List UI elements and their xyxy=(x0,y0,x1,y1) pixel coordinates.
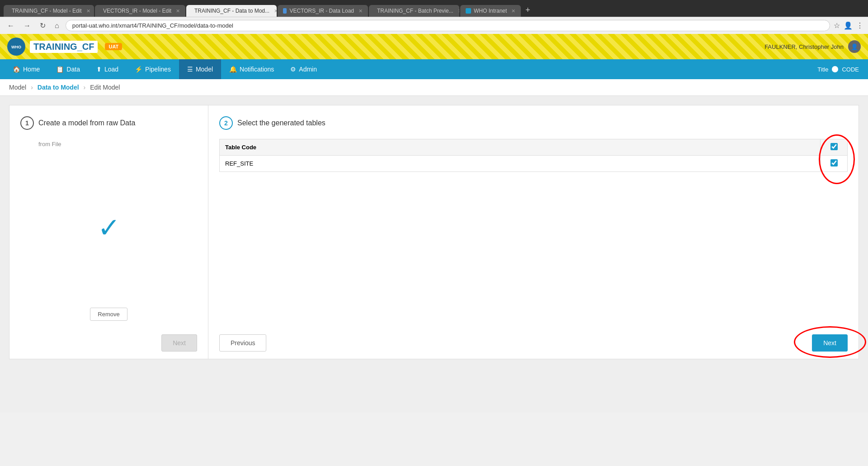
nav-load-label: Load xyxy=(104,66,118,73)
browser-tabs: TRAINING_CF - Model - Edit ✕ VECTORS_IR … xyxy=(0,0,868,17)
nav-model[interactable]: ☰ Model xyxy=(179,59,221,79)
tab-label-6: WHO Intranet xyxy=(474,8,507,14)
browser-actions: ☆ 👤 ⋮ xyxy=(834,21,863,30)
nav-data[interactable]: 📋 Data xyxy=(48,59,88,79)
home-button[interactable]: ⌂ xyxy=(52,21,62,31)
model-icon: ☰ xyxy=(187,66,193,73)
refresh-button[interactable]: ↻ xyxy=(37,20,48,31)
table-header-row: Table Code xyxy=(220,139,848,156)
breadcrumb-model[interactable]: Model xyxy=(9,84,26,91)
step2-number: 2 xyxy=(219,116,233,130)
nav-load[interactable]: ⬆ Load xyxy=(88,59,127,79)
tab-6[interactable]: WHO Intranet ✕ xyxy=(460,5,521,17)
table-icon: 📋 xyxy=(56,66,64,73)
breadcrumb-bar: Model › Data to Model › Edit Model xyxy=(0,79,868,96)
step1-panel: 1 Create a model from raw Data from File… xyxy=(9,105,208,359)
cell-checkbox xyxy=(821,156,848,172)
tab-close-4[interactable]: ✕ xyxy=(359,8,363,14)
user-name: FAULKNER, Christopher John xyxy=(764,43,844,50)
tab-4[interactable]: VECTORS_IR - Data Load ✕ xyxy=(278,5,368,17)
app-logo-icon: WHO xyxy=(7,38,25,56)
nav-home[interactable]: 🏠 Home xyxy=(5,59,48,79)
svg-text:WHO: WHO xyxy=(11,45,21,49)
header-checkbox[interactable] xyxy=(830,143,838,150)
back-button[interactable]: ← xyxy=(5,21,17,31)
tab-label-5: TRAINING_CF - Batch Previe... xyxy=(377,8,453,14)
forward-button[interactable]: → xyxy=(21,21,33,31)
tab-close-5[interactable]: ✕ xyxy=(458,8,459,14)
step1-next-area: Next xyxy=(20,334,197,352)
tab-close-1[interactable]: ✕ xyxy=(86,8,90,14)
col-table-code: Table Code xyxy=(220,139,821,156)
main-content: 1 Create a model from raw Data from File… xyxy=(0,96,868,413)
new-tab-button[interactable]: + xyxy=(522,4,534,17)
nav-admin[interactable]: ⚙ Admin xyxy=(282,59,325,79)
tab-close-2[interactable]: ✕ xyxy=(176,8,180,14)
checkmark-area: ✓ xyxy=(20,147,197,308)
nav-pipelines-label: Pipelines xyxy=(145,66,171,73)
nav-home-label: Home xyxy=(23,66,40,73)
nav-admin-label: Admin xyxy=(299,66,317,73)
uat-badge: UAT xyxy=(105,43,122,50)
step1-title: Create a model from raw Data xyxy=(38,119,135,127)
cell-table-code: REF_SITE xyxy=(220,156,821,172)
step1-number: 1 xyxy=(20,116,34,130)
table-header: Table Code xyxy=(220,139,848,156)
breadcrumb-sep-2: › xyxy=(84,84,86,91)
nav-bar: 🏠 Home 📋 Data ⬆ Load ⚡ Pipelines ☰ Model… xyxy=(0,59,868,79)
user-icon[interactable]: 👤 xyxy=(844,21,853,30)
nav-notifications-label: Notifications xyxy=(240,66,274,73)
tab-favicon-4 xyxy=(283,8,287,14)
nav-pipelines[interactable]: ⚡ Pipelines xyxy=(127,59,179,79)
step2-panel: 2 Select the generated tables Table Code xyxy=(208,105,859,359)
col-select xyxy=(821,139,848,156)
nav-data-label: Data xyxy=(66,66,80,73)
upload-icon: ⬆ xyxy=(96,66,102,73)
tab-label-1: TRAINING_CF - Model - Edit xyxy=(12,8,82,14)
browser-bar: ← → ↻ ⌂ portal-uat.who.int/xmart4/TRAINI… xyxy=(0,17,868,34)
toggle-title-label: Title xyxy=(817,66,828,73)
nav-notifications[interactable]: 🔔 Notifications xyxy=(221,59,282,79)
user-avatar[interactable]: 👤 xyxy=(848,40,861,53)
tab-close-3[interactable]: ✕ xyxy=(274,8,277,14)
tab-favicon-6 xyxy=(466,8,471,14)
star-icon[interactable]: ☆ xyxy=(834,21,840,30)
step2-title: Select the generated tables xyxy=(237,119,326,127)
table-with-annotation: Table Code REF_SITE xyxy=(219,139,848,172)
address-bar[interactable]: portal-uat.who.int/xmart4/TRAINING_CF/mo… xyxy=(66,20,830,31)
app-title: TRAINING_CF xyxy=(30,41,98,53)
tab-3[interactable]: TRAINING_CF - Data to Mod... ✕ xyxy=(186,5,277,17)
toggle-code-label: CODE xyxy=(842,66,859,73)
nav-model-label: Model xyxy=(196,66,213,73)
step1-checkmark: ✓ xyxy=(98,212,120,243)
nav-toggle: Title CODE xyxy=(813,60,863,79)
tab-1[interactable]: TRAINING_CF - Model - Edit ✕ xyxy=(4,5,94,17)
menu-icon[interactable]: ⋮ xyxy=(856,21,863,30)
toggle-dot[interactable] xyxy=(832,66,838,72)
breadcrumb-edit-model[interactable]: Edit Model xyxy=(90,84,120,91)
tab-close-6[interactable]: ✕ xyxy=(511,8,515,14)
row-checkbox[interactable] xyxy=(830,159,838,166)
step2-header: 2 Select the generated tables xyxy=(219,116,848,130)
tab-5[interactable]: TRAINING_CF - Batch Previe... ✕ xyxy=(369,5,459,17)
table-body: REF_SITE xyxy=(220,156,848,172)
step1-subtitle: from File xyxy=(38,141,197,147)
step1-next-button[interactable]: Next xyxy=(161,334,197,352)
previous-button[interactable]: Previous xyxy=(219,334,266,352)
step1-bottom: Next xyxy=(20,330,197,352)
user-avatar-icon: 👤 xyxy=(851,43,858,50)
step2-next-button[interactable]: Next xyxy=(812,334,848,352)
table-row: REF_SITE xyxy=(220,156,848,172)
home-icon: 🏠 xyxy=(13,66,20,73)
tables-table: Table Code REF_SITE xyxy=(219,139,848,172)
tab-2[interactable]: VECTORS_IR - Model - Edit ✕ xyxy=(95,5,185,17)
browser-chrome: TRAINING_CF - Model - Edit ✕ VECTORS_IR … xyxy=(0,0,868,34)
tab-label-2: VECTORS_IR - Model - Edit xyxy=(103,8,171,14)
next-btn-with-annotation: Next xyxy=(812,334,848,352)
gear-icon: ⚙ xyxy=(290,66,296,73)
wizard-container: 1 Create a model from raw Data from File… xyxy=(9,105,859,359)
empty-space xyxy=(219,176,848,327)
remove-button[interactable]: Remove xyxy=(90,308,127,321)
breadcrumb-data-to-model[interactable]: Data to Model xyxy=(38,84,79,91)
app-logo: WHO TRAINING_CF UAT xyxy=(7,38,122,56)
